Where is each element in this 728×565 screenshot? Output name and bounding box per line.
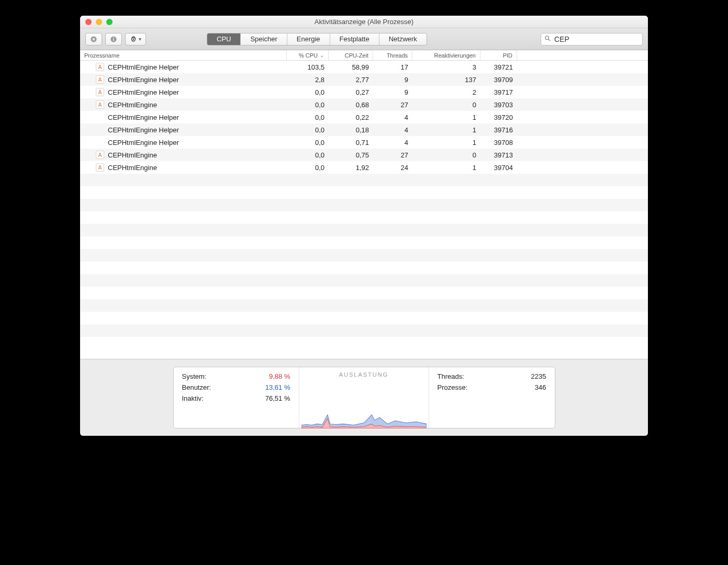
col-wakeups[interactable]: Reaktivierungen	[412, 50, 480, 60]
table-row[interactable]: ACEPHtmlEngine Helper103,558,9917339721	[80, 61, 648, 73]
cell-threads: 27	[373, 151, 412, 159]
process-name: CEPHtmlEngine Helper	[108, 76, 179, 84]
col-pid[interactable]: PID	[480, 50, 517, 60]
cell-pid: 39709	[480, 76, 517, 84]
cell-pid: 39716	[480, 126, 517, 134]
cell-cpu: 0,0	[287, 126, 329, 134]
cell-time: 58,99	[329, 63, 373, 71]
cell-pid: 39708	[480, 139, 517, 146]
col-cpu[interactable]: % CPU⌄	[287, 50, 329, 60]
cell-cpu: 0,0	[287, 151, 329, 159]
table-row	[80, 274, 648, 287]
close-icon[interactable]	[85, 19, 92, 25]
tab-energy[interactable]: Energie	[287, 33, 330, 45]
window-title: Aktivitätsanzeige (Alle Prozesse)	[80, 18, 648, 26]
cell-threads: 4	[373, 114, 412, 121]
cell-wakeups: 137	[412, 76, 480, 84]
col-threads[interactable]: Threads	[373, 50, 412, 60]
table-row[interactable]: ACEPHtmlEngine0,00,7527039713	[80, 149, 648, 161]
table-row[interactable]: CEPHtmlEngine Helper0,00,714139708	[80, 136, 648, 149]
cell-threads: 4	[373, 139, 412, 146]
process-table[interactable]: ACEPHtmlEngine Helper103,558,9917339721A…	[80, 61, 648, 359]
cell-threads: 9	[373, 88, 412, 96]
table-row[interactable]: ACEPHtmlEngine Helper2,82,77913739709	[80, 73, 648, 86]
zoom-icon[interactable]	[106, 19, 113, 25]
cpu-percentages: System:9,88 % Benutzer:13,61 % Inaktiv:7…	[174, 367, 299, 428]
table-row	[80, 224, 648, 236]
table-row[interactable]: CEPHtmlEngine Helper0,00,224139720	[80, 111, 648, 123]
cell-time: 0,71	[329, 139, 373, 146]
system-label: System:	[182, 372, 207, 380]
cell-time: 0,18	[329, 126, 373, 134]
cell-wakeups: 1	[412, 126, 480, 134]
svg-point-2	[113, 37, 114, 38]
cell-threads: 17	[373, 63, 412, 71]
cell-pid: 39720	[480, 114, 517, 121]
col-processname[interactable]: Prozessname	[80, 50, 287, 60]
process-name: CEPHtmlEngine Helper	[108, 88, 179, 96]
cell-wakeups: 2	[412, 88, 480, 96]
table-header: Prozessname % CPU⌄ CPU-Zeit Threads Reak…	[80, 50, 648, 61]
tab-memory[interactable]: Speicher	[241, 33, 287, 45]
app-icon: A	[96, 63, 104, 71]
search-field[interactable]: ✕	[541, 33, 643, 46]
table-row	[80, 236, 648, 249]
cell-pid: 39713	[480, 151, 517, 159]
cell-cpu: 0,0	[287, 114, 329, 121]
process-name: CEPHtmlEngine	[108, 151, 157, 159]
cell-cpu: 0,0	[287, 88, 329, 96]
cell-cpu: 0,0	[287, 164, 329, 172]
table-row	[80, 287, 648, 299]
table-row[interactable]: CEPHtmlEngine Helper0,00,184139716	[80, 123, 648, 136]
cell-pid: 39703	[480, 101, 517, 109]
cell-cpu: 2,8	[287, 76, 329, 84]
processes-value: 346	[535, 383, 546, 391]
category-tabs: CPU Speicher Energie Festplatte Netzwerk	[207, 33, 427, 46]
process-name: CEPHtmlEngine	[108, 164, 157, 172]
table-row	[80, 337, 648, 349]
process-name: CEPHtmlEngine Helper	[108, 126, 179, 134]
cell-pid: 39721	[480, 63, 517, 71]
app-icon: A	[96, 88, 104, 96]
chart-title: AUSLASTUNG	[299, 367, 429, 382]
idle-label: Inaktiv:	[182, 394, 204, 402]
search-input[interactable]	[554, 35, 646, 43]
minimize-icon[interactable]	[96, 19, 102, 25]
table-row	[80, 324, 648, 337]
processes-label: Prozesse:	[438, 383, 468, 391]
cpu-usage-chart	[301, 385, 427, 428]
user-label: Benutzer:	[182, 383, 211, 391]
cell-cpu: 0,0	[287, 139, 329, 146]
process-name: CEPHtmlEngine Helper	[108, 114, 179, 121]
table-row[interactable]: ACEPHtmlEngine Helper0,00,279239717	[80, 86, 648, 98]
svg-point-4	[545, 36, 549, 39]
cell-wakeups: 3	[412, 63, 480, 71]
col-spacer	[517, 50, 648, 60]
app-icon: A	[96, 100, 104, 109]
table-row	[80, 174, 648, 186]
svg-line-5	[548, 39, 550, 40]
titlebar[interactable]: Aktivitätsanzeige (Alle Prozesse)	[80, 16, 648, 28]
table-row[interactable]: ACEPHtmlEngine0,00,6827039703	[80, 98, 648, 111]
cell-time: 0,27	[329, 88, 373, 96]
table-row	[80, 249, 648, 262]
cell-wakeups: 0	[412, 101, 480, 109]
stop-process-button[interactable]	[85, 33, 102, 46]
tab-disk[interactable]: Festplatte	[330, 33, 379, 45]
idle-value: 76,51 %	[265, 394, 290, 402]
tab-network[interactable]: Netzwerk	[379, 33, 427, 45]
table-row[interactable]: ACEPHtmlEngine0,01,9224139704	[80, 161, 648, 174]
cell-time: 0,22	[329, 114, 373, 121]
info-button[interactable]	[105, 33, 122, 46]
cell-time: 1,92	[329, 164, 373, 172]
activity-monitor-window: Aktivitätsanzeige (Alle Prozesse) ▾ CPU …	[80, 16, 648, 436]
col-cputime[interactable]: CPU-Zeit	[329, 50, 373, 60]
tab-cpu[interactable]: CPU	[207, 33, 241, 45]
footer: System:9,88 % Benutzer:13,61 % Inaktiv:7…	[80, 359, 648, 436]
table-row	[80, 186, 648, 199]
cell-threads: 4	[373, 126, 412, 134]
cell-time: 2,77	[329, 76, 373, 84]
svg-rect-3	[113, 38, 114, 40]
options-button[interactable]: ▾	[125, 33, 146, 46]
table-row	[80, 262, 648, 274]
